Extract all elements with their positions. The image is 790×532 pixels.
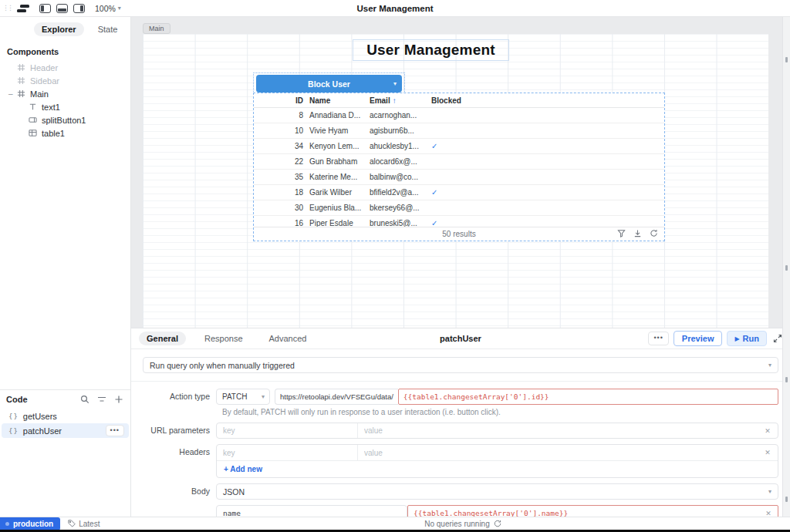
header-value-input[interactable] [364,449,751,457]
add-query-icon[interactable] [114,395,124,405]
cell-email: alocard6x@... [370,157,425,166]
tab-advanced[interactable]: Advanced [262,332,315,345]
headers-label: Headers [143,444,216,460]
remove-row-button[interactable]: ✕ [759,510,778,517]
table-row[interactable]: 22Gun Brabhamalocard6x@... [254,154,664,170]
app-canvas[interactable]: User Management Block User ▾ ID Name Ema… [143,34,768,328]
component-label: splitButton1 [42,116,86,125]
code-header: Code [6,395,73,404]
toggle-left-panel-icon[interactable] [39,4,51,13]
tag-icon [68,520,76,527]
component-tree-item-text1[interactable]: text1 [0,100,130,113]
query-more-menu-icon[interactable]: ••• [648,332,668,345]
url-param-key-input[interactable] [223,426,351,435]
query-list-item-patchuser[interactable]: {}patchUser••• [2,423,129,438]
remove-row-button[interactable]: ✕ [758,445,778,460]
drag-handle-icon[interactable]: ⋮⋮ [2,5,12,12]
collapse-icon[interactable]: – [8,89,13,98]
table-download-icon[interactable] [633,229,642,239]
table-row[interactable]: 8Annadiana D...acarnoghan... [254,108,664,123]
cell-name: Garik Wilber [309,188,363,197]
chevron-down-icon[interactable]: ▾ [393,80,397,87]
frame-icon [17,63,26,72]
cell-name: Katerine Me... [309,173,363,181]
environment-name: production [13,520,53,528]
chevron-down-icon: ▾ [768,362,771,369]
right-panel-collapsed-strip[interactable] [782,17,790,517]
header-key-input[interactable] [223,449,351,457]
run-trigger-select[interactable]: Run query only when manually triggered ▾ [143,357,778,373]
search-icon[interactable] [80,395,90,405]
table1-component[interactable]: ID Name Email↑ Blocked 8Annadiana D...ac… [253,93,665,241]
component-tree-item-sidebar[interactable]: Sidebar [0,74,130,87]
expand-panel-icon[interactable] [773,334,782,343]
block-user-button[interactable]: Block User ▾ [256,75,402,93]
table-row[interactable]: 16Piper Esdalebruneski5@...✓ [254,216,664,227]
cell-email: bfifield2v@a... [370,188,425,197]
url-expression-field[interactable]: {{table1.changesetArray['0'].id}} [398,389,778,405]
table-row[interactable]: 30Eugenius Bla...bkersey66@... [254,200,664,216]
table-row[interactable]: 18Garik Wilberbfifield2v@a...✓ [254,185,664,200]
text-icon [29,103,38,112]
preview-button[interactable]: Preview [674,331,723,346]
version-selector[interactable]: Latest [68,520,100,528]
column-header-name[interactable]: Name [309,96,363,105]
toggle-bottom-panel-icon[interactable] [56,4,68,13]
table-footer: 50 results [254,227,664,241]
results-count: 50 results [254,230,664,238]
tab-explorer[interactable]: Explorer [34,22,84,36]
table-refresh-icon[interactable] [650,229,658,239]
action-type-select[interactable]: PATCH ▾ [216,389,270,405]
component-tree-item-header[interactable]: Header [0,61,130,74]
component-tree-item-main[interactable]: –Main [0,87,130,100]
split-button-icon [29,116,38,125]
url-base-field[interactable]: https://retoolapi.dev/VFSEGu/data/ [275,389,398,405]
column-header-blocked[interactable]: Blocked [431,96,485,105]
body-type-select[interactable]: JSON ▾ [216,483,778,500]
query-run-status: No queries running [386,520,540,528]
component-label: Header [30,63,58,72]
top-toolbar: ⋮⋮ 100% ▾ User Management [0,0,790,17]
column-header-id[interactable]: ID [260,96,303,105]
query-item-menu-icon[interactable]: ••• [106,425,124,436]
component-tree-item-table1[interactable]: table1 [0,126,130,140]
table-header-row: ID Name Email↑ Blocked [254,93,664,108]
add-new-link[interactable]: + Add new [217,461,778,477]
cell-email: bkersey66@... [370,204,425,212]
tab-response[interactable]: Response [197,332,251,345]
run-button[interactable]: ▶Run [727,331,767,346]
components-header: Components [0,41,130,61]
filter-icon[interactable] [97,395,107,405]
query-editor-panel: General Response Advanced patchUser ••• … [131,328,790,517]
query-list-item-getusers[interactable]: {}getUsers [2,409,129,423]
toggle-right-panel-icon[interactable] [73,4,85,13]
tab-general[interactable]: General [139,332,186,345]
cell-email: acarnoghan... [370,111,425,120]
tab-state[interactable]: State [90,22,126,36]
chevron-down-icon: ▾ [262,393,265,400]
app-logo-icon[interactable] [17,4,30,13]
cell-id: 10 [260,126,303,135]
component-tree-item-splitbutton1[interactable]: splitButton1 [0,113,130,126]
table-row[interactable]: 34Kenyon Lem...ahucklesby1...✓ [254,139,664,154]
table-row[interactable]: 10Vivie Hyamagisburn6b... [254,123,664,139]
cell-name: Kenyon Lem... [309,142,363,150]
canvas-region[interactable]: Main User Management Block User ▾ ID Nam… [131,17,782,328]
text1-component[interactable]: User Management [353,39,509,61]
rest-query-icon: {} [8,412,19,420]
column-header-email[interactable]: Email↑ [370,96,425,105]
headers-row: Headers ✕ + Add new [143,444,778,478]
body-label: Body [143,483,216,500]
table-row[interactable]: 35Katerine Me...balbinw@co... [254,170,664,185]
zoom-control[interactable]: 100% ▾ [95,4,121,13]
component-tree: HeaderSidebar–Maintext1splitButton1table… [0,61,130,140]
cell-email: ahucklesby1... [370,142,425,150]
url-param-value-input[interactable] [364,426,751,435]
cell-name: Annadiana D... [309,111,363,120]
environment-selector[interactable]: production [0,517,60,530]
frame-tab-main[interactable]: Main [143,23,170,34]
table-filter-icon[interactable] [617,229,626,239]
remove-row-button[interactable]: ✕ [758,423,778,438]
check-icon: ✓ [431,188,485,197]
cell-email: bruneski5@... [370,219,425,227]
